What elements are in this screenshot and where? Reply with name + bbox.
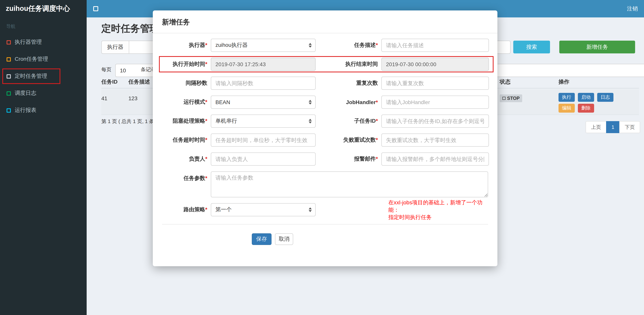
cancel-button[interactable]: 取消 [275,233,293,245]
block-strategy-select[interactable]: 单机串行 [211,115,316,128]
delete-button[interactable]: 删除 [578,104,594,113]
search-button[interactable]: 搜索 [513,41,550,53]
child-job-id-label: 子任务ID* [316,118,381,125]
cell-status: STOP [500,94,522,102]
required-asterisk: * [205,156,207,162]
select-arrows-icon [309,43,312,48]
run-mode-label: 运行模式* [162,99,211,106]
required-asterisk: * [205,137,207,143]
executor-select-value: zuihou执行器 [216,42,248,49]
operations-line-2: 编辑 删除 [558,104,615,113]
required-asterisk: * [205,206,207,212]
required-asterisk: * [205,118,207,124]
cell-operations: 执行 启动 日志 编辑 删除 [558,93,615,113]
job-handler-label: JobHandler* [316,99,381,105]
column-header-task-id: 任务ID [101,79,118,86]
required-asterisk: * [205,61,207,67]
next-page-button[interactable]: 下页 [619,121,640,133]
prev-page-button[interactable]: 上页 [586,121,606,133]
page-size-prefix: 每页 [101,66,112,73]
sidebar-item-run-report[interactable]: 运行报表 [0,102,87,119]
alarm-email-input[interactable] [381,152,489,166]
page-size-value: 10 [120,67,126,74]
column-header-status: 状态 [500,79,510,86]
required-asterisk: * [376,118,378,124]
required-asterisk: * [376,156,378,162]
run-mode-select[interactable]: BEAN [211,96,316,109]
alarm-email-label: 报警邮件* [316,156,381,163]
route-strategy-select[interactable]: 第一个 [211,203,316,216]
form-row-block-strategy: 阻塞处理策略* 单机串行 子任务ID* [162,115,488,128]
fail-retry-label: 失败重试次数* [316,137,381,144]
job-param-label: 任务参数* [162,171,211,185]
owner-label: 负责人* [162,156,211,163]
app-brand[interactable]: zuihou任务调度中心 [0,0,87,18]
sidebar-item-label: Cron任务管理 [15,56,48,63]
column-header-operations: 操作 [558,79,569,86]
route-strategy-label: 路由策略* [162,206,211,213]
sidebar-item-label: 执行器管理 [15,39,42,46]
job-param-textarea[interactable] [211,171,488,197]
modal-footer: 保存 取消 [162,224,488,245]
start-time-label: 执行开始时间* [162,61,211,68]
sidebar-item-label: 调度日志 [15,90,36,97]
select-arrows-icon [309,100,312,105]
add-task-button[interactable]: 新增任务 [559,41,635,53]
save-button[interactable]: 保存 [252,233,272,245]
start-time-input[interactable] [211,58,316,71]
timeout-input[interactable] [211,134,316,147]
sidebar-item-cron-task-management[interactable]: Cron任务管理 [0,51,87,68]
executor-select[interactable]: zuihou执行器 [211,39,316,52]
job-desc-label: 任务描述* [316,42,381,49]
sidebar-nav: 导航 执行器管理 Cron任务管理 定时任务管理 调度日志 运行报表 [0,18,87,315]
square-icon [6,40,11,44]
logout-link[interactable]: 注销 [627,0,638,18]
repeat-count-label: 重复次数 [316,80,381,87]
edit-button[interactable]: 编辑 [558,104,575,113]
modal-header: 新增任务 [153,11,498,33]
job-desc-input[interactable] [381,39,489,52]
child-job-id-input[interactable] [381,115,489,128]
required-asterisk: * [205,42,207,48]
block-strategy-label: 阻塞处理策略* [162,118,211,125]
interval-input[interactable] [211,77,316,90]
stop-icon [502,97,506,100]
executor-filter-label: 执行器 [101,41,129,54]
sidebar-item-timed-task-management[interactable]: 定时任务管理 [0,68,87,85]
form-row-route-strategy: 路由策略* 第一个 在xxl-jobs项目的基础上，新增了一个功能： 指定时间执… [162,203,488,216]
start-button[interactable]: 启动 [578,93,594,102]
run-button[interactable]: 执行 [558,93,575,102]
sidebar-section-label: 导航 [0,18,87,34]
timeout-label: 任务超时时间* [162,137,211,144]
select-arrows-icon [309,119,312,123]
end-time-label: 执行结束时间 [316,61,381,68]
square-icon [6,91,11,95]
form-row-timeout: 任务超时时间* 失败重试次数* [162,134,488,147]
current-page-button[interactable]: 1 [606,121,620,133]
sidebar-item-label: 运行报表 [15,107,36,114]
block-strategy-select-value: 单机串行 [216,118,237,125]
app-root: zuihou任务调度中心 注销 导航 执行器管理 Cron任务管理 定时任务管理… [0,0,644,315]
fail-retry-input[interactable] [381,134,489,147]
feature-note-line-2: 指定时间执行任务 [388,213,488,221]
owner-input[interactable] [211,152,316,166]
column-header-task-desc: 任务描述 [128,79,150,86]
interval-label: 间隔秒数 [162,80,211,87]
cell-task-desc: 123 [128,95,138,101]
sidebar-toggle-icon[interactable] [93,6,98,11]
sidebar-item-dispatch-log[interactable]: 调度日志 [0,85,87,102]
repeat-count-input[interactable] [381,77,489,90]
log-button[interactable]: 日志 [597,93,614,102]
form-row-run-mode: 运行模式* BEAN JobHandler* [162,96,488,109]
executor-label: 执行器* [162,42,211,49]
form-row-executor: 执行器* zuihou执行器 任务描述* [162,39,488,52]
sidebar-item-executor-management[interactable]: 执行器管理 [0,34,87,51]
job-handler-input[interactable] [381,96,489,109]
square-icon [6,74,11,78]
required-asterisk: * [376,137,378,143]
feature-note: 在xxl-jobs项目的基础上，新增了一个功能： 指定时间执行任务 [388,199,488,221]
operations-line-1: 执行 启动 日志 [558,93,615,102]
end-time-input[interactable] [381,58,489,71]
modal-title: 新增任务 [162,18,190,26]
form-row-interval: 间隔秒数 重复次数 [162,77,488,90]
